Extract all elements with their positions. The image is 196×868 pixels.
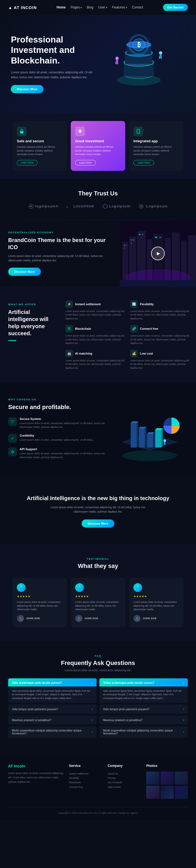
why-item-1: ✓ Credibility Lorem ipsum dolor sit amet… bbox=[8, 434, 106, 442]
card-app-btn[interactable]: Learn More bbox=[133, 160, 154, 165]
faq-item-2-2[interactable]: Morbi suspendisse volutpat adipiscing co… bbox=[99, 726, 188, 738]
why-item-2-desc: Lorem ipsum dolor sit amet, consectetur … bbox=[20, 452, 106, 459]
card-safe-btn[interactable]: Learn More bbox=[17, 160, 38, 165]
offer-item-4-title: AI matching bbox=[75, 352, 92, 355]
footer-bottom: Copyright © 2020 www.atincoin.com All ri… bbox=[8, 807, 188, 814]
nav-blog[interactable]: Blog bbox=[87, 5, 93, 9]
footer-link-2[interactable]: Blockchain bbox=[69, 780, 102, 785]
svg-rect-51 bbox=[131, 423, 137, 447]
svg-rect-65 bbox=[164, 442, 165, 445]
svg-point-22 bbox=[138, 132, 138, 133]
footer-link-0[interactable]: Instant settlement bbox=[69, 772, 102, 776]
faq-col-2: Tellus scelerisque pede iaculis cursus? … bbox=[99, 678, 188, 740]
author-2: 👤 JOHN DOE bbox=[133, 615, 179, 622]
faq-item-arrow-1-0: › bbox=[92, 707, 93, 711]
footer-photo-5 bbox=[175, 786, 188, 799]
logo-3: Logoipsum bbox=[102, 204, 131, 209]
testimonial-text-0: Lorem ipsum dolor sit amet, consectetur … bbox=[17, 600, 63, 612]
faq-item-1-2[interactable]: Morbi suspendisse volutpat adipiscing co… bbox=[8, 726, 97, 738]
svg-rect-54 bbox=[139, 428, 145, 447]
nav-user[interactable]: User bbox=[98, 5, 107, 9]
faq-active-content-1: Nam accumsan ligula tellus, accumsan lig… bbox=[8, 686, 97, 703]
nav-contact[interactable]: Contact bbox=[132, 5, 143, 9]
quote-icon-2: " bbox=[133, 583, 142, 592]
blockchain-icon: ⛓ bbox=[65, 325, 73, 333]
faq-item-arrow-1-2: › bbox=[92, 730, 93, 734]
footer-logo: AT Incoin bbox=[8, 764, 63, 768]
card-safe-desc: Interdum plataea potenti ad efficitur ia… bbox=[17, 145, 63, 156]
offer-item-0: ⚡ Instant settlement Lorem ipsum dolor s… bbox=[65, 300, 126, 321]
card-investment-icon bbox=[75, 126, 85, 136]
flexibility-icon: 🔄 bbox=[130, 300, 138, 308]
footer-company-link-3[interactable]: Help Center bbox=[107, 785, 141, 789]
svg-point-49 bbox=[123, 450, 177, 461]
offer-item-3-header: 🔗 Connect free bbox=[130, 325, 191, 333]
offer-left: WHAT WE OFFER Artificial intelligence wi… bbox=[5, 300, 60, 370]
footer-link-1[interactable]: Flexibility bbox=[69, 776, 102, 780]
faq-item-1-1[interactable]: Maximus praesent ut penatibus? › bbox=[8, 715, 97, 725]
svg-marker-62 bbox=[161, 428, 163, 447]
svg-rect-45 bbox=[141, 234, 143, 235]
avatar-0: 👤 bbox=[17, 615, 24, 622]
avatar-1: 👤 bbox=[75, 615, 82, 622]
author-name-0: JOHN DOE bbox=[26, 617, 40, 620]
trust-title: They Trust Us bbox=[8, 190, 188, 197]
nav-home[interactable]: Home bbox=[57, 5, 66, 9]
decentralised-cta-button[interactable]: Discover More bbox=[8, 268, 41, 276]
footer-company-link-2[interactable]: Our Products bbox=[107, 780, 141, 785]
instant-settlement-icon: ⚡ bbox=[65, 300, 73, 308]
logo1-icon bbox=[28, 204, 34, 209]
svg-marker-25 bbox=[103, 204, 107, 209]
faq-active-question-1[interactable]: Odio scelerisque pede iaculis cursus? ▴ bbox=[8, 678, 97, 688]
why-visual bbox=[111, 397, 188, 465]
svg-rect-29 bbox=[123, 242, 128, 280]
trust-section: They Trust Us logoipsum® L LOGOIPSUM Log… bbox=[0, 179, 196, 220]
offer-right: ⚡ Instant settlement Lorem ipsum dolor s… bbox=[65, 300, 191, 370]
footer-company-link-1[interactable]: Pricing bbox=[107, 776, 141, 780]
offer-item-4: 🤖 AI matching Lorem ipsum dolor sit amet… bbox=[65, 350, 126, 370]
faq-subtitle: Lorem ipsum dolor sit amet, consectetur … bbox=[8, 669, 188, 672]
card-investment-btn[interactable]: Learn More bbox=[75, 160, 96, 165]
logo3-icon bbox=[102, 204, 108, 209]
footer-company-link-0[interactable]: About Us bbox=[107, 772, 141, 776]
get-started-button[interactable]: Get Started bbox=[163, 4, 188, 11]
svg-rect-41 bbox=[131, 239, 132, 241]
faq-item-2-1[interactable]: Maximus praesent ut penatibus? › bbox=[99, 715, 188, 725]
play-button[interactable] bbox=[151, 247, 165, 260]
card-investment: Good investment Interdum plataea potenti… bbox=[71, 121, 125, 171]
why-text: WHY CHOOSE US Secure and profitable. 🛡 S… bbox=[8, 398, 106, 464]
hero-cta-button[interactable]: Discover More bbox=[11, 85, 43, 93]
stars-0: ★★★★★ bbox=[17, 595, 63, 598]
copyright: Copyright © 2020 www.atincoin.com All ri… bbox=[58, 812, 138, 814]
faq-active-question-2[interactable]: Tellus scelerisque pede iaculis cursus? … bbox=[99, 678, 188, 688]
faq-section: FAQ Frequently Ask Questions Lorem ipsum… bbox=[0, 641, 196, 753]
offer-item-1-desc: Lorem ipsum dolor sit amet, consectetur … bbox=[130, 310, 191, 321]
offer-item-3: 🔗 Connect free Lorem ipsum dolor sit ame… bbox=[130, 325, 191, 345]
footer-company: Company About Us Pricing Our Products He… bbox=[107, 764, 141, 799]
why-item-0: 🛡 Secure System Lorem ipsum dolor sit am… bbox=[8, 417, 106, 429]
why-item-1-text: Credibility Lorem ipsum dolor sit amet, … bbox=[20, 434, 93, 442]
hero-illustration: ₿ bbox=[103, 31, 174, 91]
footer-photo-0 bbox=[146, 772, 159, 785]
author-name-1: JOHN DOE bbox=[85, 617, 98, 620]
card-app-title: Integrated app bbox=[133, 139, 179, 143]
footer-link-3[interactable]: Connect free bbox=[69, 785, 102, 789]
card-safe: Safe and secure Interdum plataea potenti… bbox=[12, 121, 67, 171]
footer-photos-grid bbox=[146, 772, 188, 799]
hero-text: Professional Investment and Blockchain. … bbox=[11, 34, 98, 93]
nav-features[interactable]: Features bbox=[112, 5, 127, 9]
footer-service-title: Service bbox=[69, 764, 102, 768]
stars-1: ★★★★★ bbox=[75, 595, 121, 598]
faq-item-1-0[interactable]: Odio tempor proin parturient posuere? › bbox=[8, 705, 97, 714]
nav-pages[interactable]: Pages bbox=[70, 5, 82, 9]
svg-point-27 bbox=[140, 206, 142, 207]
testimonials-row: " ★★★★★ Lorem ipsum dolor sit amet, cons… bbox=[5, 578, 191, 627]
svg-marker-59 bbox=[153, 432, 155, 447]
stars-2: ★★★★★ bbox=[133, 595, 179, 598]
faq-item-2-0[interactable]: Odio tempor proin parturient posuere? › bbox=[99, 705, 188, 714]
faq-arrow-1: ▴ bbox=[91, 681, 93, 685]
ai-cta-button[interactable]: Discover More bbox=[81, 520, 115, 528]
svg-rect-44 bbox=[139, 234, 140, 235]
footer-about: AT Incoin Lorem ipsum dolor sit amet, co… bbox=[8, 764, 63, 799]
logo-2: L LOGOIPSUM bbox=[66, 205, 94, 208]
